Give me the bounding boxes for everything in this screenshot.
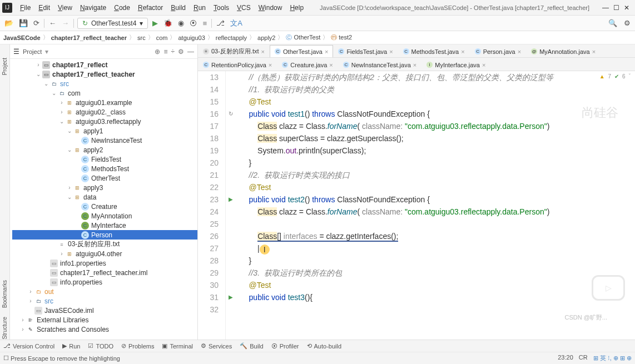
tree-node[interactable]: ›🗀out: [12, 287, 197, 296]
tree-node[interactable]: ≡03-反射的应用.txt: [12, 240, 197, 249]
tool-profiler[interactable]: ⦿Profiler: [271, 343, 299, 350]
editor-tab[interactable]: COtherTest.java×: [270, 45, 333, 57]
editor-tab[interactable]: CPerson.java×: [470, 45, 527, 57]
stop-icon[interactable]: ■: [201, 18, 208, 28]
search-icon[interactable]: 🔍: [607, 18, 618, 28]
select-file-icon[interactable]: ⊕: [155, 48, 160, 56]
refresh-icon[interactable]: ⟳: [32, 18, 41, 28]
breadcrumb-item[interactable]: reflectapply: [216, 34, 247, 41]
tree-node[interactable]: CMyAnnotation: [12, 211, 197, 221]
breadcrumb-item[interactable]: chapter17_reflect_teacher: [51, 34, 127, 41]
close-icon[interactable]: ✕: [624, 4, 629, 12]
editor-tab[interactable]: ≡03-反射的应用.txt×: [198, 45, 270, 57]
tool-services[interactable]: ⚙Services: [201, 342, 232, 350]
run-icon[interactable]: ▶: [151, 18, 159, 28]
tab-close-icon[interactable]: ×: [269, 62, 272, 68]
tool-terminal[interactable]: ▣Terminal: [162, 342, 193, 350]
tree-node[interactable]: ⌄⊞data: [12, 192, 197, 202]
menu-code[interactable]: Code: [111, 3, 133, 13]
tree-node[interactable]: ▭info.properties: [12, 277, 197, 287]
menu-help[interactable]: Help: [286, 3, 307, 13]
tree-node[interactable]: CCreature: [12, 202, 197, 211]
collapse-icon[interactable]: ÷: [171, 48, 175, 56]
tab-close-icon[interactable]: ×: [325, 48, 328, 55]
editor-tab[interactable]: CMethodsTest.java×: [398, 45, 470, 57]
back-icon[interactable]: ←: [48, 18, 57, 28]
menu-tools[interactable]: Tools: [210, 3, 232, 13]
breadcrumb-item[interactable]: src: [137, 34, 146, 41]
menu-refactor[interactable]: Refactor: [135, 3, 166, 13]
coverage-icon[interactable]: ◉: [177, 18, 185, 28]
tool-problems[interactable]: ⊘Problems: [121, 342, 154, 350]
menu-build[interactable]: Build: [167, 3, 189, 13]
tree-node[interactable]: ›⊞atguigu02._class: [12, 107, 197, 117]
tool-auto-build[interactable]: ⟲Auto-build: [307, 342, 342, 350]
breadcrumb-item[interactable]: apply2: [257, 34, 275, 41]
tree-node[interactable]: ▭chapter17_reflect_teacher.iml: [12, 268, 197, 277]
breadcrumb-item[interactable]: Ⓒ OtherTest: [286, 33, 320, 42]
menu-edit[interactable]: Edit: [35, 3, 53, 13]
code-body[interactable]: //（熟悉）获取运行时类的内部结构2：父类、接口们、包、带泛型的父类、父类的泛型…: [236, 71, 635, 340]
tree-node[interactable]: ›⊞apply3: [12, 183, 197, 192]
maximize-icon[interactable]: ☐: [613, 4, 619, 12]
editor-tab[interactable]: @MyAnnotation.java×: [526, 45, 601, 57]
chevron-icon[interactable]: ˇ: [629, 73, 631, 79]
profile-icon[interactable]: ⦿: [188, 18, 198, 28]
menu-view[interactable]: View: [54, 3, 76, 13]
tool-version-control[interactable]: ⎇Version Control: [3, 342, 54, 350]
tree-node[interactable]: CMyInterface: [12, 221, 197, 230]
tree-node[interactable]: ⌄⊞apply1: [12, 126, 197, 136]
tree-node[interactable]: ›✎Scratches and Consoles: [12, 325, 197, 334]
breadcrumb-item[interactable]: atguigu03: [178, 34, 205, 41]
tree-node[interactable]: CNewInstanceTest: [12, 136, 197, 145]
git-icon[interactable]: ⎇: [215, 18, 226, 28]
menu-run[interactable]: Run: [190, 3, 209, 13]
save-icon[interactable]: 💾: [18, 18, 29, 28]
tree-node[interactable]: ›🗀src: [12, 296, 197, 306]
tool-build[interactable]: 🔨Build: [240, 342, 263, 350]
settings-icon[interactable]: ⚙: [623, 18, 632, 28]
left-tab-project[interactable]: Project: [2, 58, 8, 75]
run-config-select[interactable]: ↻ OtherTest.test4 ▾: [77, 18, 148, 29]
forward-icon[interactable]: →: [61, 18, 70, 28]
breadcrumb-item[interactable]: JavaSECode: [3, 34, 41, 41]
tree-node[interactable]: ›⊞atguigu01.example: [12, 98, 197, 107]
editor-tab[interactable]: CNewInstanceTest.java×: [338, 58, 421, 71]
inspection-widget[interactable]: ▲7 ✔6 ˇ: [599, 73, 631, 79]
line-sep[interactable]: CR: [579, 354, 588, 362]
tree-node[interactable]: ⌄🗀com: [12, 88, 197, 98]
left-tab-bookmarks[interactable]: Bookmarks: [2, 280, 8, 308]
tree-node[interactable]: CPerson: [12, 230, 197, 240]
tab-close-icon[interactable]: ×: [413, 62, 416, 68]
tree-node[interactable]: CFieldsTest: [12, 154, 197, 164]
tree-node[interactable]: ›⊞atguigu04.other: [12, 249, 197, 258]
tree-node[interactable]: ⌄⊞atguigu03.reflectapply: [12, 117, 197, 126]
editor-tab[interactable]: CRetentionPolicy.java×: [198, 58, 277, 71]
breadcrumb-item[interactable]: com: [156, 34, 168, 41]
tree-node[interactable]: ⌄▭chapter17_reflect_teacher: [12, 69, 197, 79]
tab-close-icon[interactable]: ×: [482, 62, 485, 68]
tree-node[interactable]: ›⊪External Libraries: [12, 315, 197, 325]
code-editor[interactable]: 1314151617181920212223242526272829303132…: [198, 71, 635, 340]
tool-run[interactable]: ▶Run: [62, 342, 80, 350]
editor-tab[interactable]: CCreature.java×: [277, 58, 338, 71]
tree-node[interactable]: ⌄🗀src: [12, 79, 197, 88]
tab-close-icon[interactable]: ×: [461, 48, 464, 55]
window-controls[interactable]: — ☐ ✕: [602, 4, 633, 12]
tab-close-icon[interactable]: ×: [518, 48, 521, 55]
menu-window[interactable]: Window: [255, 3, 286, 13]
tool-todo[interactable]: ☑TODO: [88, 342, 113, 350]
tree-node[interactable]: COtherTest: [12, 173, 197, 183]
menu-file[interactable]: File: [17, 3, 34, 13]
tree-node[interactable]: ⌄⊞apply2: [12, 145, 197, 154]
tab-close-icon[interactable]: ×: [389, 48, 393, 55]
editor-tab[interactable]: IMyInterface.java×: [421, 58, 490, 71]
hide-icon[interactable]: —: [187, 48, 194, 56]
tab-close-icon[interactable]: ×: [329, 62, 333, 68]
tree-node[interactable]: ›▭chapter17_reflect: [12, 60, 197, 69]
minimize-icon[interactable]: —: [602, 4, 609, 12]
project-tree[interactable]: ›▭chapter17_reflect⌄▭chapter17_reflect_t…: [10, 59, 197, 340]
translate-icon[interactable]: 文A: [229, 17, 244, 29]
tree-node[interactable]: CMethodsTest: [12, 164, 197, 173]
gear-icon[interactable]: ⚙: [178, 48, 184, 56]
